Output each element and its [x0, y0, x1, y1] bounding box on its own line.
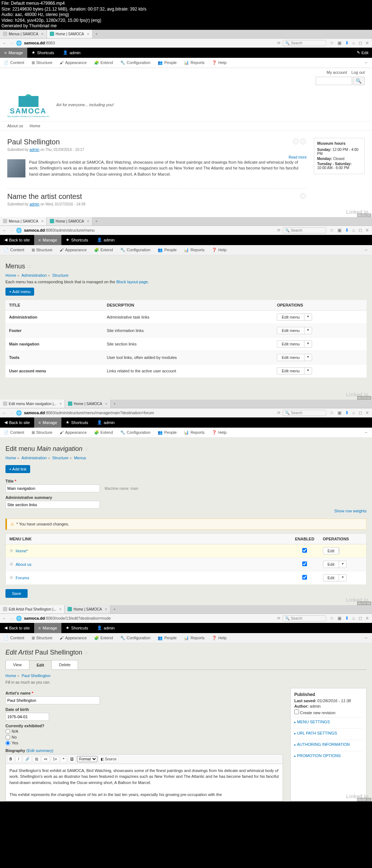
- browser-tab[interactable]: Menus | SAMOCA×: [0, 30, 47, 38]
- new-tab-button[interactable]: +: [110, 607, 118, 611]
- manage-button[interactable]: ≡ Manage: [34, 623, 61, 633]
- nav-about[interactable]: About us: [7, 124, 23, 128]
- nav-home[interactable]: Home: [29, 124, 40, 128]
- configuration-link[interactable]: 🔧 Configuration: [117, 636, 154, 640]
- star-icon[interactable]: ☆: [84, 446, 89, 452]
- numlist-button[interactable]: 1≡: [51, 756, 59, 762]
- back-to-site-button[interactable]: ◀ Back to site: [0, 623, 34, 633]
- url-field[interactable]: samoca.dd:8083: [24, 41, 55, 45]
- help-link[interactable]: ❓ Help: [208, 430, 230, 435]
- edit-menu-button[interactable]: Edit menu▼: [277, 340, 312, 348]
- collapse-icon[interactable]: ←: [361, 60, 372, 65]
- edit-button[interactable]: Edit: [323, 547, 340, 555]
- close-icon[interactable]: ×: [87, 32, 89, 36]
- drag-handle-icon[interactable]: ✥: [9, 548, 13, 553]
- pocket-icon[interactable]: ▣: [337, 228, 341, 233]
- quote-button[interactable]: ❝: [60, 756, 67, 762]
- reload-icon[interactable]: ⟳: [277, 228, 280, 233]
- pencil-icon[interactable]: [300, 193, 306, 199]
- reports-link[interactable]: 📊 Reports: [180, 430, 208, 435]
- author-link[interactable]: admin: [29, 148, 39, 152]
- star-icon[interactable]: ☆: [27, 263, 32, 269]
- enabled-checkbox[interactable]: [302, 575, 307, 580]
- pocket-icon[interactable]: ▣: [337, 410, 341, 415]
- home-icon[interactable]: ⌂: [352, 410, 355, 415]
- radio-no[interactable]: [5, 735, 10, 740]
- collapse-icon[interactable]: ←: [361, 636, 372, 640]
- manage-button[interactable]: ≡ Manage: [34, 417, 61, 428]
- extend-link[interactable]: 🧩 Extend: [90, 248, 117, 252]
- shortcuts-button[interactable]: ★ Shortcuts: [61, 623, 92, 633]
- help-link[interactable]: ❓ Help: [208, 636, 230, 640]
- unlink-button[interactable]: ⛓: [33, 756, 41, 762]
- italic-button[interactable]: I: [15, 756, 22, 762]
- new-tab-button[interactable]: +: [93, 219, 101, 223]
- revision-checkbox[interactable]: [294, 709, 299, 714]
- edit-menu-button[interactable]: Edit menu▼: [277, 354, 312, 361]
- browser-tab[interactable]: Home | SAMOCA×: [65, 400, 111, 408]
- downloads-icon[interactable]: ⬇: [345, 616, 349, 621]
- content-link[interactable]: 📄 Content: [0, 248, 28, 252]
- collapse-icon[interactable]: ←: [361, 248, 372, 252]
- content-link[interactable]: 📄 Content: [0, 636, 28, 640]
- appearance-link[interactable]: 🖌 Appearance: [56, 248, 90, 252]
- crumb-structure[interactable]: Structure: [52, 273, 69, 277]
- new-tab-button[interactable]: +: [93, 32, 101, 36]
- crumb-admin[interactable]: Administration: [21, 273, 47, 277]
- reload-icon[interactable]: ⟳: [277, 616, 280, 621]
- bookmark-icon[interactable]: ☆: [330, 228, 334, 233]
- crumb-structure[interactable]: Structure: [52, 456, 69, 460]
- article-title[interactable]: Name the artist contest: [7, 192, 307, 201]
- back-to-site-button[interactable]: ◀ Back to site: [0, 235, 34, 245]
- back-to-site-button[interactable]: ◀ Back to site: [0, 417, 34, 428]
- summary-input[interactable]: [5, 501, 100, 509]
- home-icon[interactable]: ⌂: [352, 616, 355, 621]
- search-input[interactable]: 🔍 Search: [283, 615, 326, 621]
- crumb-home[interactable]: Home: [5, 456, 16, 460]
- dob-input[interactable]: [5, 713, 49, 721]
- forward-icon[interactable]: →: [9, 616, 14, 621]
- back-icon[interactable]: ←: [2, 410, 7, 416]
- pencil-icon[interactable]: [293, 139, 299, 144]
- shortcuts-button[interactable]: ★ Shortcuts: [27, 48, 58, 58]
- menu-icon[interactable]: ≡: [366, 228, 368, 233]
- url-field[interactable]: samoca.dd:8083/admin/structure/menu: [24, 228, 94, 232]
- enabled-checkbox[interactable]: [302, 561, 307, 566]
- title-input[interactable]: [5, 484, 100, 492]
- appearance-link[interactable]: 🖌 Appearance: [56, 430, 90, 435]
- edit-button[interactable]: Edit▼: [323, 574, 347, 581]
- content-link[interactable]: 📄 Content: [0, 60, 28, 65]
- promotion-link[interactable]: PROMOTION OPTIONS: [294, 751, 363, 760]
- tab-view[interactable]: View: [5, 660, 29, 669]
- radio-na[interactable]: [5, 729, 10, 734]
- site-search-button[interactable]: 🔍: [353, 77, 365, 85]
- site-search-input[interactable]: [316, 77, 352, 85]
- logout-link[interactable]: Log out: [351, 70, 365, 75]
- people-link[interactable]: 👥 People: [154, 60, 180, 65]
- admin-user-button[interactable]: 👤 admin: [93, 417, 119, 428]
- home-icon[interactable]: ⌂: [352, 228, 355, 233]
- close-icon[interactable]: ×: [41, 219, 44, 223]
- edit-summary-link[interactable]: (Edit summary): [26, 748, 53, 753]
- feed-icon[interactable]: ◻: [359, 410, 362, 415]
- shortcuts-button[interactable]: ★ Shortcuts: [61, 417, 92, 428]
- author-link[interactable]: admin: [29, 202, 39, 206]
- close-icon[interactable]: ×: [105, 401, 107, 406]
- url-field[interactable]: samoca.dd:8083/admin/structure/menu/mana…: [24, 411, 154, 415]
- menu-link[interactable]: About us: [16, 562, 31, 567]
- bookmark-icon[interactable]: ☆: [330, 40, 334, 45]
- star-icon[interactable]: ☆: [84, 650, 89, 656]
- reports-link[interactable]: 📊 Reports: [180, 248, 208, 252]
- people-link[interactable]: 👥 People: [154, 430, 180, 435]
- save-button[interactable]: Save: [5, 589, 28, 598]
- bold-button[interactable]: B: [7, 756, 14, 762]
- biography-editor[interactable]: Paul Shellington's first exhibit at SAMO…: [5, 764, 283, 802]
- pocket-icon[interactable]: ▣: [337, 616, 341, 621]
- close-icon[interactable]: ×: [59, 607, 61, 611]
- admin-user-button[interactable]: 👤 admin: [93, 235, 119, 245]
- admin-user-button[interactable]: 👤 admin: [58, 48, 85, 58]
- my-account-link[interactable]: My account: [327, 70, 347, 75]
- tab-delete[interactable]: Delete: [51, 660, 78, 669]
- feed-icon[interactable]: ◻: [359, 616, 362, 621]
- crumb-home[interactable]: Home: [5, 273, 16, 277]
